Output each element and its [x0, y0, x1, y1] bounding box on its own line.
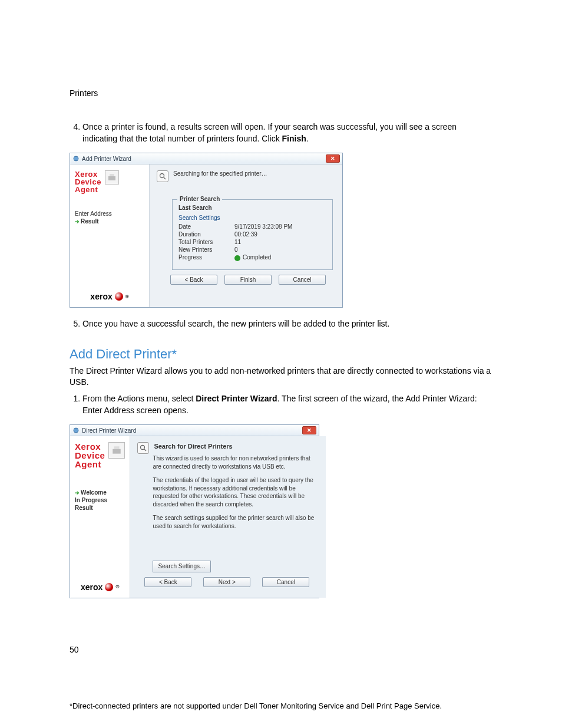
para-1: This wizard is used to search for non ne… [153, 454, 316, 470]
wizard-title: Add Printer Wizard [82, 156, 131, 162]
xerox-text: xerox [81, 582, 103, 592]
main-title: Search for Direct Printers [153, 442, 316, 451]
list-text: From the Actions menu, select [82, 394, 196, 403]
search-icon [137, 442, 149, 454]
wizard-titlebar: Add Printer Wizard ✕ [70, 153, 342, 164]
cancel-button[interactable]: Cancel [262, 577, 309, 587]
brand-badge-icon [105, 170, 119, 185]
page-number: 50 [70, 645, 79, 654]
search-settings-button[interactable]: Search Settings… [153, 561, 211, 572]
footnote: *Direct-connected printers are not suppo… [70, 701, 544, 710]
step-result: Result [75, 218, 144, 225]
svg-point-5 [74, 428, 78, 433]
svg-line-9 [144, 449, 146, 451]
fieldset-legend: Printer Search [177, 196, 222, 202]
date-label: Date [178, 223, 234, 230]
next-button[interactable]: Next > [203, 577, 250, 587]
step-welcome: Welcome [75, 489, 125, 496]
row-progress: Progress Completed [178, 254, 326, 261]
wizard-titlebar: Direct Printer Wizard ✕ [70, 425, 319, 436]
search-settings-link[interactable]: Search Settings [178, 215, 326, 221]
para-2: The credentials of the logged in user wi… [153, 476, 316, 508]
svg-rect-1 [108, 176, 115, 180]
duration-label: Duration [178, 231, 234, 238]
xerox-logo: xerox ® [75, 292, 144, 301]
wizard-sidebar: Xerox Device Agent Welcome In Progress R… [70, 436, 130, 597]
finish-button[interactable]: Finish [224, 275, 272, 285]
wizard-headline: Searching for the specified printer… [172, 170, 333, 177]
section-heading: Add Direct Printer* [70, 347, 492, 362]
wizard-icon [72, 427, 80, 434]
add-printer-wizard-dialog: Add Printer Wizard ✕ Xerox Device Agent [70, 153, 343, 308]
page-header: Printers [70, 88, 492, 98]
cancel-button[interactable]: Cancel [279, 275, 326, 285]
brand-line3: Agent [75, 186, 101, 193]
section-para: The Direct Printer Wizard allows you to … [70, 365, 492, 388]
step-in-progress: In Progress [75, 496, 125, 504]
xerox-ball-icon [115, 292, 123, 301]
duration-value: 00:02:39 [234, 231, 257, 238]
wizard-steps: Enter Address Result [75, 210, 144, 225]
registered-icon: ® [125, 294, 129, 299]
svg-rect-2 [110, 174, 114, 176]
row-new-printers: New Printers 0 [178, 246, 326, 253]
list-text: Once you have a successful search, the n… [82, 319, 389, 328]
svg-point-0 [74, 156, 78, 161]
total-value: 11 [234, 239, 241, 245]
instruction-list-b: Once you have a successful search, the n… [70, 318, 492, 330]
brand-line1: Xerox [75, 442, 105, 451]
xerox-ball-icon [105, 583, 113, 591]
instruction-list-c: From the Actions menu, select Direct Pri… [70, 393, 492, 416]
xerox-text: xerox [90, 292, 112, 301]
back-button[interactable]: < Back [170, 275, 217, 285]
svg-point-8 [141, 446, 145, 450]
svg-rect-6 [113, 449, 121, 454]
wizard-sidebar: Xerox Device Agent Enter Address Result [70, 164, 150, 307]
list-bold: Direct Printer Wizard [196, 394, 277, 403]
brand-line2: Device [75, 451, 105, 460]
row-date: Date 9/17/2019 3:23:08 PM [178, 223, 326, 230]
list-item-5: Once you have a successful search, the n… [82, 318, 492, 330]
svg-rect-7 [114, 446, 120, 449]
last-search-subhead: Last Search [178, 205, 326, 211]
svg-point-3 [160, 174, 164, 178]
progress-label: Progress [178, 254, 234, 261]
para-3: The search settings supplied for the pri… [153, 514, 316, 530]
printer-search-fieldset: Printer Search Last Search Search Settin… [172, 199, 333, 269]
wizard-main: Searching for the specified printer… Pri… [150, 164, 342, 307]
new-value: 0 [234, 246, 238, 253]
wizard-buttons: < Back Next > Cancel [137, 572, 316, 592]
xerox-logo: xerox ® [75, 582, 125, 592]
list-text: Once a printer is found, a results scree… [82, 122, 457, 143]
new-label: New Printers [178, 246, 234, 253]
date-value: 9/17/2019 3:23:08 PM [234, 223, 292, 230]
svg-line-4 [164, 177, 166, 179]
row-duration: Duration 00:02:39 [178, 231, 326, 238]
list-item-1b: From the Actions menu, select Direct Pri… [82, 393, 492, 416]
total-label: Total Printers [178, 239, 234, 245]
close-button[interactable]: ✕ [326, 154, 340, 163]
wizard-buttons: < Back Finish Cancel [157, 270, 333, 289]
list-text-b: . [306, 134, 309, 143]
instruction-list-a: Once a printer is found, a results scree… [70, 121, 492, 144]
step-result: Result [75, 504, 125, 512]
row-total-printers: Total Printers 11 [178, 239, 326, 245]
step-enter-address: Enter Address [75, 210, 144, 218]
progress-value: Completed [234, 254, 271, 261]
search-icon [157, 170, 168, 182]
direct-printer-wizard-dialog: Direct Printer Wizard ✕ Xerox Device Age… [70, 424, 319, 598]
brand-badge-icon [108, 442, 125, 459]
close-button[interactable]: ✕ [302, 426, 316, 434]
wizard-main: Search for Direct Printers This wizard i… [130, 436, 326, 597]
wizard-title: Direct Printer Wizard [82, 427, 136, 434]
back-button[interactable]: < Back [144, 577, 191, 587]
brand-line3: Agent [75, 460, 105, 469]
wizard-steps: Welcome In Progress Result [75, 489, 125, 512]
list-bold: Finish [282, 134, 306, 143]
wizard-icon [72, 155, 80, 162]
registered-icon: ® [115, 584, 119, 589]
list-item-4: Once a printer is found, a results scree… [82, 121, 492, 144]
